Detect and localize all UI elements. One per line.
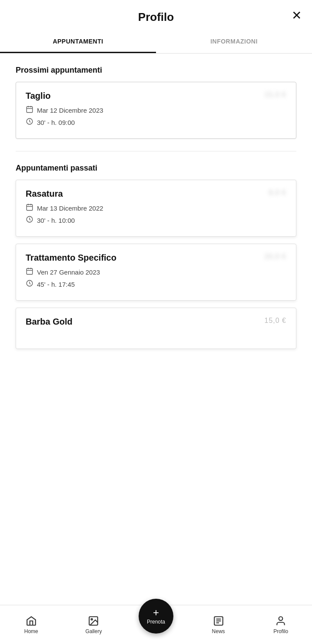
nav-profilo-label: Profilo — [273, 628, 288, 634]
past-date-text-1: Mar 13 Dicembre 2022 — [37, 205, 103, 212]
card-header-upcoming: Taglio 15,0 € — [26, 91, 286, 101]
past-appointment-price-2: 20,0 € — [265, 253, 286, 261]
past-appointment-date-1: Mar 13 Dicembre 2022 — [26, 203, 286, 213]
nav-home-label: Home — [24, 628, 38, 634]
past-appointment-name-1: Rasatura — [26, 189, 63, 199]
fab-label: Prenota — [147, 619, 165, 625]
nav-profilo[interactable]: Profilo — [249, 615, 312, 634]
page-header: Profilo ✕ — [0, 0, 312, 31]
past-appointment-card-2[interactable]: Trattamento Specifico 20,0 € Ven 27 Genn… — [16, 244, 296, 301]
main-content: Prossimi appuntamenti Taglio 15,0 € Mar … — [0, 54, 312, 408]
calendar-icon — [26, 105, 33, 115]
nav-news-label: News — [212, 628, 225, 634]
card-header-past-1: Rasatura 8,0 € — [26, 189, 286, 199]
past-appointment-time-1: 30' - h. 10:00 — [26, 215, 286, 225]
past-time-text-1: 30' - h. 10:00 — [37, 217, 75, 224]
page-title: Profilo — [138, 10, 174, 24]
clock-icon-3 — [26, 279, 33, 289]
upcoming-date-text: Mar 12 Dicembre 2023 — [37, 107, 103, 114]
clock-icon — [26, 117, 33, 127]
gallery-icon — [88, 615, 99, 627]
tab-informazioni[interactable]: INFORMAZIONI — [156, 31, 312, 53]
close-button[interactable]: ✕ — [292, 10, 302, 22]
news-icon — [213, 615, 224, 627]
upcoming-time-text: 30' - h. 09:00 — [37, 119, 75, 126]
prenota-fab-button[interactable]: + Prenota — [139, 599, 173, 634]
nav-gallery[interactable]: Gallery — [63, 615, 125, 634]
profilo-icon — [275, 615, 286, 627]
past-date-text-2: Ven 27 Gennaio 2023 — [37, 268, 100, 276]
tab-appuntamenti[interactable]: APPUNTAMENTI — [0, 31, 156, 53]
calendar-icon-3 — [26, 267, 33, 277]
upcoming-appointment-date: Mar 12 Dicembre 2023 — [26, 105, 286, 115]
past-time-text-2: 45' - h. 17:45 — [37, 281, 75, 288]
upcoming-appointment-name: Taglio — [26, 91, 50, 101]
card-header-past-3: Barba Gold 15,0 € — [26, 317, 286, 327]
nav-gallery-label: Gallery — [85, 628, 102, 634]
svg-rect-10 — [27, 268, 33, 275]
nav-news[interactable]: News — [187, 615, 250, 634]
past-appointment-card-3[interactable]: Barba Gold 15,0 € — [16, 308, 296, 349]
past-section-title: Appuntamenti passati — [16, 164, 296, 173]
upcoming-appointment-price: 15,0 € — [265, 91, 286, 99]
past-appointment-price-1: 8,0 € — [269, 189, 286, 197]
svg-rect-0 — [27, 107, 33, 113]
past-appointment-name-3: Barba Gold — [26, 317, 73, 327]
past-appointment-date-2: Ven 27 Gennaio 2023 — [26, 267, 286, 277]
clock-icon-2 — [26, 215, 33, 225]
nav-home[interactable]: Home — [0, 615, 63, 634]
past-appointment-time-2: 45' - h. 17:45 — [26, 279, 286, 289]
upcoming-section-title: Prossimi appuntamenti — [16, 66, 296, 75]
svg-rect-5 — [27, 205, 33, 211]
past-appointment-card-1[interactable]: Rasatura 8,0 € Mar 13 Dicembre 2022 — [16, 180, 296, 237]
fab-plus-icon: + — [153, 607, 159, 618]
past-appointment-price-3: 15,0 € — [265, 317, 286, 325]
card-header-past-2: Trattamento Specifico 20,0 € — [26, 253, 286, 263]
tab-bar: APPUNTAMENTI INFORMAZIONI — [0, 31, 312, 54]
upcoming-appointment-time: 30' - h. 09:00 — [26, 117, 286, 127]
bottom-navigation: Home Gallery + Prenota News Profi — [0, 605, 312, 644]
home-icon — [26, 615, 37, 627]
nav-prenota[interactable]: + Prenota — [125, 616, 187, 634]
calendar-icon-2 — [26, 203, 33, 213]
svg-point-21 — [279, 617, 283, 621]
past-appointment-name-2: Trattamento Specifico — [26, 253, 116, 263]
svg-point-16 — [91, 618, 93, 620]
upcoming-appointment-card[interactable]: Taglio 15,0 € Mar 12 Dicembre 2023 — [16, 82, 296, 139]
section-divider — [16, 151, 296, 151]
